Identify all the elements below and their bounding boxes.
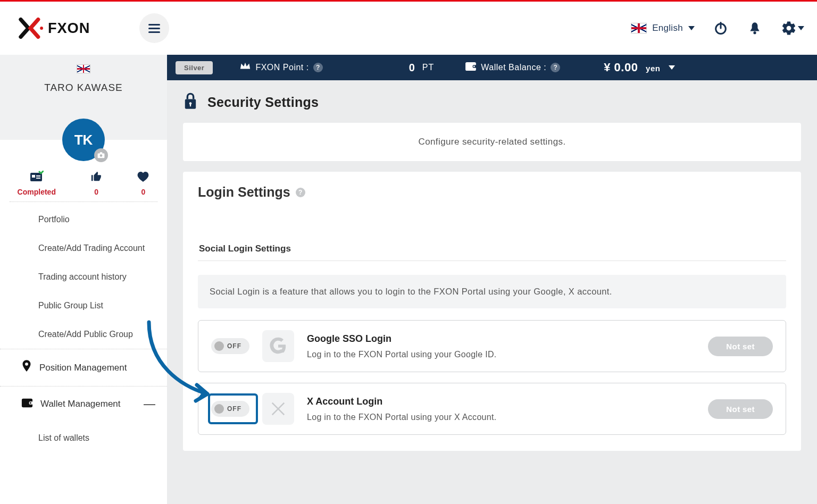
points-value-group: 0 PT: [409, 62, 435, 74]
menu-item-trading-history[interactable]: Trading account history: [0, 263, 167, 291]
svg-rect-9: [32, 175, 35, 178]
wallet-amount: ¥ 0.00: [604, 61, 638, 74]
points-value: 0: [409, 62, 415, 74]
svg-point-7: [100, 154, 103, 157]
menu-item-create-account[interactable]: Create/Add Trading Account: [0, 234, 167, 263]
wallet-label: Wallet Balance :: [481, 63, 546, 72]
sso-title: Google SSO Login: [307, 333, 695, 345]
toggle-google-sso[interactable]: OFF: [211, 338, 249, 354]
avatar-wrap: TK: [62, 119, 105, 161]
page-title: Security Settings: [207, 95, 319, 110]
thumbs-up-icon: [90, 171, 102, 182]
sidebar-menu: Portfolio Create/Add Trading Account Tra…: [0, 202, 167, 349]
menu-item-public-group-list[interactable]: Public Group List: [0, 291, 167, 320]
header: FXON English: [0, 2, 817, 55]
hamburger-icon: [148, 23, 160, 34]
help-icon[interactable]: ?: [296, 188, 305, 197]
intro-text: Configure security-related settings.: [418, 137, 565, 147]
svg-rect-6: [100, 152, 103, 154]
gear-icon: [781, 20, 797, 36]
svg-point-4: [753, 31, 756, 34]
lock-icon: [183, 92, 198, 112]
page-body: Security Settings Configure security-rel…: [167, 80, 817, 451]
id-card-check-icon: [30, 171, 44, 182]
google-notset-button[interactable]: Not set: [708, 337, 773, 356]
social-login-info: Social Login is a feature that allows yo…: [198, 275, 786, 308]
brand-logo[interactable]: FXON: [13, 18, 124, 39]
wallet-icon: [465, 62, 477, 73]
location-pin-icon: [21, 360, 32, 375]
sso-title: X Account Login: [307, 396, 695, 407]
menu-section-position-mgmt[interactable]: Position Management: [0, 349, 167, 386]
svg-rect-20: [190, 104, 191, 107]
language-label: English: [652, 23, 683, 33]
chevron-down-icon: [669, 65, 675, 70]
status-bar: Silver FXON Point : ? 0 PT Wallet Balanc…: [167, 55, 817, 80]
stat-thumbs-value: 0: [94, 188, 98, 196]
x-icon: [262, 393, 294, 425]
menu-toggle-button[interactable]: [139, 13, 169, 43]
user-flag-icon: [77, 64, 90, 73]
collapse-icon: —: [144, 397, 155, 411]
wallet-icon: [21, 398, 33, 411]
chevron-down-icon: [688, 26, 695, 30]
sso-text-google: Google SSO Login Log in to the FXON Port…: [307, 333, 695, 359]
points-unit: PT: [422, 63, 434, 72]
menu-section-label: Wallet Management: [40, 399, 121, 409]
sso-row-x-account: OFF X Account Login Log in to the FXON P…: [198, 383, 786, 435]
notifications-button[interactable]: [747, 20, 763, 36]
social-login-subhead: Social Login Settings: [198, 235, 786, 261]
login-settings-card: Login Settings ? Social Login Settings S…: [183, 172, 801, 451]
annotation-highlight-box: [208, 393, 258, 424]
profile-stats: Completed 0 0: [0, 161, 167, 201]
menu-item-create-public-group[interactable]: Create/Add Public Group: [0, 320, 167, 349]
svg-text:FXON: FXON: [48, 20, 90, 36]
avatar-camera-button[interactable]: [94, 148, 108, 162]
help-icon[interactable]: ?: [551, 63, 560, 72]
avatar-initials: TK: [74, 132, 93, 148]
sidebar: TARO KAWASE TK Completed 0: [0, 55, 167, 504]
power-button[interactable]: [713, 20, 729, 36]
points-label: FXON Point :: [255, 63, 309, 72]
wallet-value: ¥ 0.00 yen: [604, 61, 660, 74]
menu-item-portfolio[interactable]: Portfolio: [0, 205, 167, 234]
language-selector[interactable]: English: [631, 23, 695, 33]
section-title: Login Settings: [198, 184, 290, 200]
google-icon: [262, 330, 294, 362]
x-notset-button[interactable]: Not set: [708, 399, 773, 419]
heart-icon: [137, 171, 149, 182]
sso-desc: Log in to the FXON Portal using your X A…: [307, 413, 695, 422]
svg-point-0: [40, 27, 43, 30]
menu-section-wallet-mgmt[interactable]: Wallet Management —: [0, 386, 167, 422]
wallet-value-group[interactable]: ¥ 0.00 yen: [604, 61, 675, 74]
stat-favorites[interactable]: 0: [137, 171, 149, 196]
help-icon[interactable]: ?: [313, 63, 323, 72]
content: TARO KAWASE TK Completed 0: [0, 55, 817, 504]
svg-rect-11: [36, 178, 40, 179]
intro-card: Configure security-related settings.: [183, 123, 801, 161]
main: Silver FXON Point : ? 0 PT Wallet Balanc…: [167, 55, 817, 504]
sso-desc: Log in to the FXON Portal using your Goo…: [307, 350, 695, 359]
chevron-down-icon: [798, 26, 804, 30]
stat-thumbs[interactable]: 0: [90, 171, 102, 196]
section-head: Login Settings ?: [198, 184, 786, 200]
camera-icon: [97, 152, 105, 158]
crown-icon: [239, 62, 251, 73]
stat-completed[interactable]: Completed: [18, 171, 56, 196]
sso-row-google: OFF Google SSO Login Log in to the FXON …: [198, 320, 786, 372]
tier-badge: Silver: [176, 61, 213, 74]
toggle-label: OFF: [227, 342, 241, 350]
svg-point-14: [30, 402, 31, 404]
svg-point-17: [473, 66, 475, 68]
user-name: TARO KAWASE: [0, 82, 167, 94]
stat-heart-value: 0: [141, 188, 145, 196]
points-group: FXON Point : ?: [239, 62, 322, 73]
toggle-knob: [214, 341, 224, 351]
header-right: English: [631, 20, 804, 36]
stat-completed-label: Completed: [18, 188, 56, 196]
flag-uk-icon: [631, 23, 647, 33]
wallet-unit: yen: [646, 64, 660, 73]
menu-item-list-of-wallets[interactable]: List of wallets: [0, 422, 167, 452]
settings-menu[interactable]: [781, 20, 804, 36]
sso-text-x: X Account Login Log in to the FXON Porta…: [307, 396, 695, 422]
